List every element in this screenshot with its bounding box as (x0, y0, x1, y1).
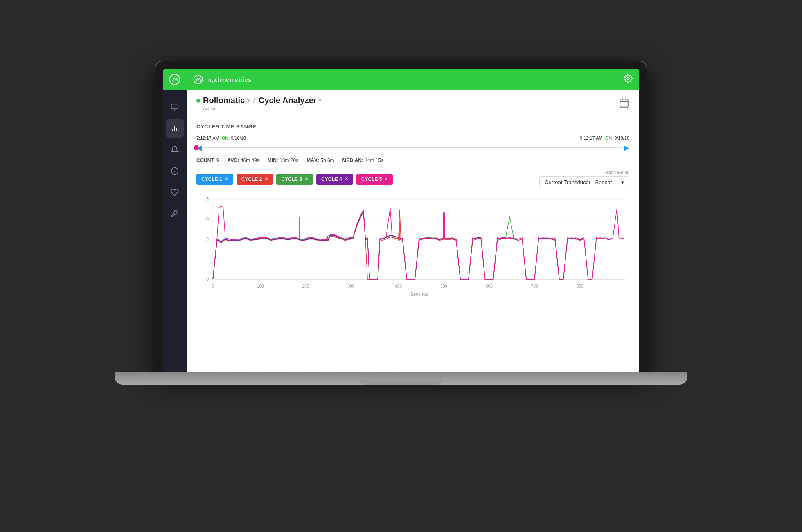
graph-metric-label: Graph Metric (603, 170, 629, 175)
start-date: 9/18/18 (231, 135, 246, 140)
median-value: 14m 15s (365, 158, 383, 163)
start-on-label: ON (222, 135, 229, 140)
timeline-track: ◀ ▶ (196, 143, 629, 153)
cycle-3-close-icon[interactable]: ✕ (304, 176, 308, 182)
end-on-label: ON (605, 135, 612, 140)
machine-name-text: Rollomatic (203, 96, 245, 105)
cycle-1-close-icon[interactable]: ✕ (225, 176, 228, 182)
machine-chevron-icon[interactable]: ▾ (247, 98, 250, 104)
svg-rect-12 (620, 99, 628, 107)
gear-icon (624, 74, 633, 83)
brand-metrics-text: metrics (230, 76, 251, 83)
sidebar-item-notifications[interactable] (166, 141, 184, 159)
sidebar-item-monitor[interactable] (166, 98, 184, 116)
cycle-5-label: CYCLE 5 (361, 176, 382, 182)
page-title-area: Rollomatic ▾ / Cycle Analyzer ▾ (196, 96, 321, 105)
section-title: CYCLES TIME RANGE (196, 124, 629, 130)
timeline-dot-7[interactable] (194, 145, 199, 150)
end-time-label: 9:12:17 AM ON 9/18/18 (580, 135, 629, 140)
avg-label: AVG: (227, 158, 239, 163)
sidebar-item-chart[interactable] (166, 119, 184, 138)
svg-text:200: 200 (302, 284, 309, 289)
laptop-base (115, 372, 687, 385)
stats-row: COUNT: 9 AVG: 46m 49s MIN: 13m 20s (196, 158, 629, 163)
wrench-icon (171, 210, 179, 218)
time-range-bar: 7:12:17 AM ON 9/18/18 9:12:17 AM ON 9/18… (196, 135, 629, 163)
min-value: 13m 20s (279, 158, 298, 163)
count-value: 9 (216, 158, 219, 163)
cycle-4-close-icon[interactable]: ✕ (345, 176, 348, 182)
info-icon (171, 167, 179, 175)
svg-text:600: 600 (486, 284, 493, 289)
start-time-label: 7:12:17 AM ON 9/18/18 (196, 135, 246, 140)
calendar-button[interactable] (619, 97, 629, 110)
cycle-badge-2[interactable]: CYCLE 2 ✕ (237, 174, 273, 185)
median-label: MEDIAN: (342, 158, 363, 163)
sidebar-item-health[interactable] (166, 183, 184, 201)
svg-text:700: 700 (531, 284, 538, 289)
cycle-badge-4[interactable]: CYCLE 4 ✕ (316, 174, 353, 185)
svg-text:Seconds: Seconds (410, 292, 428, 297)
cycle-badge-3[interactable]: CYCLE 3 ✕ (276, 174, 313, 185)
cycle-2-label: CYCLE 2 (241, 176, 262, 182)
topbar: machinemetrics (187, 69, 639, 90)
stat-max: MAX: 5h 6m (306, 158, 334, 163)
page-chevron-icon[interactable]: ▾ (319, 98, 321, 104)
page-title: Cycle Analyzer (259, 96, 317, 105)
cycle-3-label: CYCLE 3 (281, 176, 302, 182)
end-time: 9:12:17 AM (580, 135, 603, 140)
cycle-badge-1[interactable]: CYCLE 1 ✕ (196, 174, 233, 185)
svg-text:300: 300 (347, 284, 354, 289)
heart-icon (171, 188, 179, 196)
settings-icon[interactable] (624, 74, 633, 85)
cycle-1-label: CYCLE 1 (201, 176, 222, 182)
page-header: Rollomatic ▾ / Cycle Analyzer ▾ Active (187, 90, 639, 115)
svg-text:400: 400 (395, 284, 402, 289)
cycle-4-label: CYCLE 4 (321, 176, 342, 182)
cycle-badge-5[interactable]: CYCLE 5 ✕ (356, 174, 393, 185)
timeline-line (203, 147, 623, 148)
bar-chart-icon (171, 124, 179, 133)
page-subtitle: Cycle Analyzer ▾ (259, 96, 322, 105)
sidebar-logo (163, 69, 187, 90)
machine-name: Rollomatic ▾ (196, 96, 250, 105)
graph-metric-area: Graph Metric Current Transducer - Sensor… (539, 170, 629, 188)
cycle-2-close-icon[interactable]: ✕ (264, 176, 268, 182)
breadcrumb-separator: / (253, 96, 255, 105)
monitor-icon (171, 103, 179, 111)
svg-text:0: 0 (212, 284, 214, 289)
svg-line-40 (400, 210, 401, 241)
min-label: MIN: (268, 158, 278, 163)
topbar-brand: machinemetrics (193, 74, 251, 84)
svg-text:5: 5 (206, 237, 209, 241)
graph-metric-value: Current Transducer - Sensor (545, 179, 612, 185)
svg-point-11 (627, 77, 629, 80)
cycle-5-close-icon[interactable]: ✕ (384, 176, 388, 182)
bell-icon (171, 146, 179, 154)
max-label: MAX: (306, 158, 319, 163)
calendar-icon (619, 97, 629, 108)
sidebar-navigation (163, 90, 187, 223)
svg-text:100: 100 (257, 284, 264, 289)
avg-value: 46m 49s (241, 158, 259, 163)
max-value: 5h 6m (320, 158, 334, 163)
svg-text:500: 500 (440, 284, 447, 289)
machine-status-badge: Active (196, 106, 321, 111)
end-date: 9/18/18 (614, 135, 629, 140)
time-labels: 7:12:17 AM ON 9/18/18 9:12:17 AM ON 9/18… (196, 135, 629, 140)
cycles-row: CYCLE 1 ✕ CYCLE 2 ✕ CYCLE 3 ✕ (196, 170, 629, 188)
sidebar-item-maintenance[interactable] (166, 205, 184, 223)
main-content: machinemetrics (187, 69, 639, 372)
brand-logo-icon (169, 74, 180, 85)
content-body: CYCLES TIME RANGE 7:12:17 AM ON 9/18/18 … (187, 115, 639, 372)
count-label: COUNT: (196, 158, 215, 163)
chart-svg: 15 10 5 0 0 100 200 300 400 500 600 (196, 195, 629, 301)
brand-machine-text: machine (206, 76, 230, 83)
stat-count: COUNT: 9 (196, 158, 219, 163)
sidebar-item-info[interactable] (166, 162, 184, 180)
svg-text:800: 800 (577, 284, 583, 289)
graph-metric-select[interactable]: Current Transducer - Sensor ▾ (539, 176, 629, 188)
svg-text:0: 0 (206, 277, 209, 282)
timeline-arrow-right[interactable]: ▶ (624, 143, 629, 152)
start-time: 7:12:17 AM (196, 135, 219, 140)
